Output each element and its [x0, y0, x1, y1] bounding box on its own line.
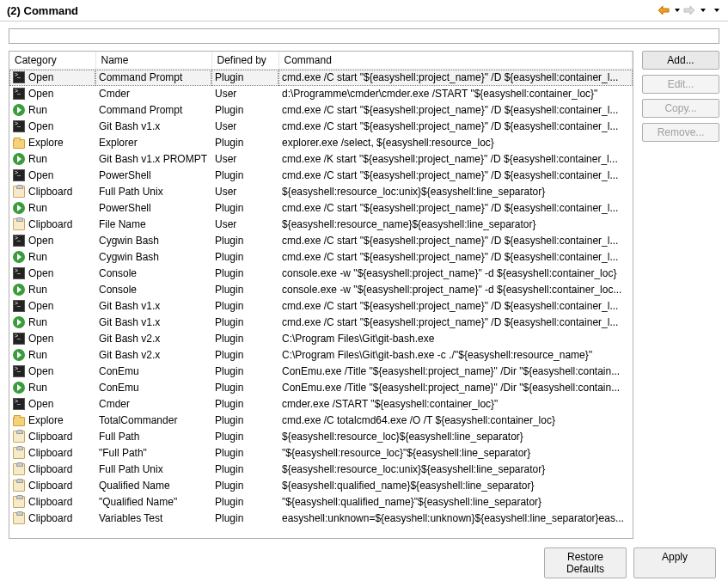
category-label: Open [28, 365, 53, 377]
defined-cell: Plugin [211, 282, 278, 298]
category-label: Clipboard [28, 496, 72, 508]
name-cell: Command Prompt [95, 102, 211, 119]
command-cell: cmd.exe /C start "${easyshell:project_na… [278, 119, 633, 135]
command-cell: cmd.exe /C start "${easyshell:project_na… [278, 102, 633, 119]
defined-cell: Plugin [211, 331, 278, 347]
table-row[interactable]: OpenCmderUserd:\Programme\cmder\cmder.ex… [9, 86, 633, 102]
table-row[interactable]: RunCommand PromptPlugincmd.exe /C start … [9, 102, 633, 119]
name-cell: Full Path Unix [95, 462, 211, 478]
defined-cell: Plugin [211, 168, 278, 184]
table-row[interactable]: OpenConsolePluginconsole.exe -w "${easys… [9, 266, 633, 282]
clipboard-icon [13, 496, 25, 508]
terminal-icon [13, 267, 25, 279]
table-row[interactable]: ClipboardVariables TestPlugineasyshell:u… [9, 511, 633, 527]
command-cell: d:\Programme\cmder\cmder.exe /START "${e… [278, 86, 633, 102]
command-cell: cmd.exe /C start "${easyshell:project_na… [278, 168, 633, 184]
filter-input[interactable] [9, 28, 719, 44]
table-row[interactable]: OpenConEmuPluginConEmu.exe /Title "${eas… [9, 364, 633, 380]
apply-button[interactable]: Apply [633, 547, 716, 578]
table-row[interactable]: OpenCygwin BashPlugincmd.exe /C start "$… [9, 233, 633, 249]
table-row[interactable]: RunConEmuPluginConEmu.exe /Title "${easy… [9, 380, 633, 396]
copy-button[interactable]: Copy... [642, 99, 719, 118]
table-row[interactable]: OpenCmderPlugincmder.exe /START "${easys… [9, 396, 633, 413]
defined-cell: Plugin [211, 445, 278, 462]
table-row[interactable]: RunGit Bash v2.xPluginC:\Program Files\G… [9, 347, 633, 364]
command-cell: ${easyshell:resource_loc}${easyshell:lin… [278, 429, 633, 445]
clipboard-icon [13, 512, 25, 524]
table-row[interactable]: RunGit Bash v1.xPlugincmd.exe /C start "… [9, 315, 633, 331]
name-cell: Qualified Name [95, 478, 211, 494]
category-label: Open [28, 333, 53, 345]
table-row[interactable]: OpenCommand PromptPlugincmd.exe /C start… [9, 70, 633, 86]
name-cell: Git Bash v1.x [95, 315, 211, 331]
command-table-container: Category Name Defined by Command OpenCom… [9, 51, 633, 539]
defined-cell: Plugin [211, 347, 278, 364]
table-row[interactable]: RunConsolePluginconsole.exe -w "${easysh… [9, 282, 633, 298]
defined-cell: Plugin [211, 511, 278, 527]
header-command[interactable]: Command [278, 52, 633, 70]
name-cell: "Qualified Name" [95, 494, 211, 511]
view-menu-icon[interactable] [714, 9, 719, 12]
table-row[interactable]: Clipboard"Full Path"Plugin"${easyshell:r… [9, 445, 633, 462]
run-icon [13, 202, 25, 214]
table-row[interactable]: RunCygwin BashPlugincmd.exe /C start "${… [9, 249, 633, 266]
header-defined[interactable]: Defined by [211, 52, 278, 70]
command-cell: ${easyshell:resource_loc:unix}${easyshel… [278, 184, 633, 200]
table-row[interactable]: RunGit Bash v1.x PROMPTUsercmd.exe /K st… [9, 151, 633, 168]
category-label: Clipboard [28, 463, 72, 475]
name-cell: Cmder [95, 86, 211, 102]
table-row[interactable]: RunPowerShellPlugincmd.exe /C start "${e… [9, 200, 633, 217]
category-label: Open [28, 120, 53, 132]
table-row[interactable]: OpenGit Bash v1.xUsercmd.exe /C start "$… [9, 119, 633, 135]
nav-forward-icon[interactable] [682, 3, 697, 17]
command-cell: cmd.exe /C start "${easyshell:project_na… [278, 298, 633, 315]
command-cell: ${easyshell:resource_name}${easyshell:li… [278, 217, 633, 233]
nav-back-menu-icon[interactable] [675, 9, 680, 12]
terminal-icon [13, 169, 25, 181]
category-label: Run [28, 202, 47, 214]
run-icon [13, 284, 25, 296]
header-name[interactable]: Name [95, 52, 211, 70]
table-row[interactable]: ExploreExplorerPluginexplorer.exe /selec… [9, 135, 633, 151]
table-row[interactable]: ClipboardFile NameUser${easyshell:resour… [9, 217, 633, 233]
name-cell: Git Bash v1.x [95, 298, 211, 315]
table-row[interactable]: ClipboardFull Path UnixPlugin${easyshell… [9, 462, 633, 478]
remove-button[interactable]: Remove... [642, 123, 719, 142]
category-label: Open [28, 71, 53, 83]
defined-cell: User [211, 86, 278, 102]
table-row[interactable]: ExploreTotalCommanderPlugincmd.exe /C to… [9, 413, 633, 429]
table-row[interactable]: Clipboard"Qualified Name"Plugin"${easysh… [9, 494, 633, 511]
name-cell: PowerShell [95, 200, 211, 217]
category-label: Run [28, 382, 47, 394]
name-cell: Explorer [95, 135, 211, 151]
command-cell: C:\Program Files\Git\git-bash.exe [278, 331, 633, 347]
table-row[interactable]: ClipboardFull PathPlugin${easyshell:reso… [9, 429, 633, 445]
name-cell: Git Bash v1.x PROMPT [95, 151, 211, 168]
table-row[interactable]: ClipboardFull Path UnixUser${easyshell:r… [9, 184, 633, 200]
category-label: Clipboard [28, 218, 72, 230]
defined-cell: Plugin [211, 135, 278, 151]
add-button[interactable]: Add... [642, 51, 719, 70]
command-cell: C:\Program Files\Git\git-bash.exe -c ./'… [278, 347, 633, 364]
defined-cell: Plugin [211, 266, 278, 282]
defined-cell: Plugin [211, 478, 278, 494]
defined-cell: Plugin [211, 364, 278, 380]
clipboard-icon [13, 447, 25, 459]
header-category[interactable]: Category [9, 52, 95, 70]
category-label: Clipboard [28, 447, 72, 459]
table-row[interactable]: OpenGit Bash v2.xPluginC:\Program Files\… [9, 331, 633, 347]
table-row[interactable]: OpenGit Bash v1.xPlugincmd.exe /C start … [9, 298, 633, 315]
edit-button[interactable]: Edit... [642, 75, 719, 94]
restore-defaults-button[interactable]: Restore Defaults [544, 547, 627, 578]
command-cell: ConEmu.exe /Title "${easyshell:project_n… [278, 380, 633, 396]
nav-back-icon[interactable] [656, 3, 671, 17]
category-label: Open [28, 398, 53, 410]
command-cell: console.exe -w "${easyshell:project_name… [278, 266, 633, 282]
table-row[interactable]: OpenPowerShellPlugincmd.exe /C start "${… [9, 168, 633, 184]
defined-cell: Plugin [211, 70, 278, 86]
header: (2) Command [0, 0, 728, 21]
nav-forward-menu-icon[interactable] [700, 9, 706, 12]
command-cell: ${easyshell:resource_loc:unix}${easyshel… [278, 462, 633, 478]
command-cell: cmder.exe /START "${easyshell:container_… [278, 396, 633, 413]
table-row[interactable]: ClipboardQualified NamePlugin${easyshell… [9, 478, 633, 494]
